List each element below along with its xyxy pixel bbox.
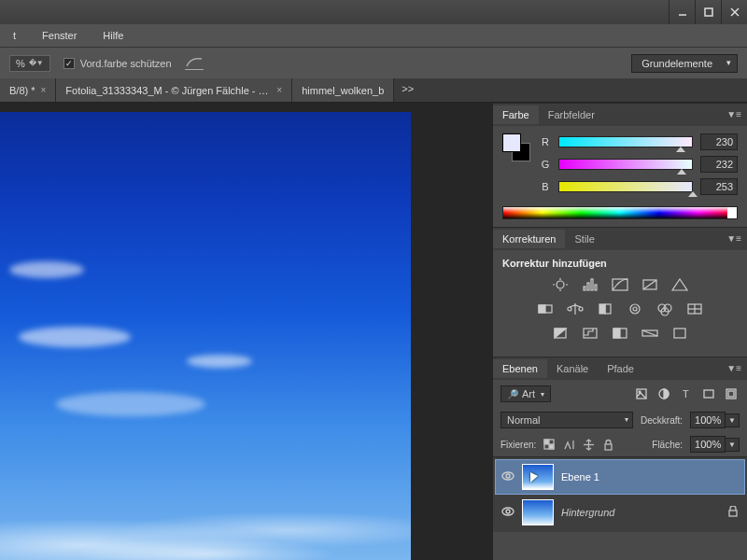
opacity-dropdown-icon[interactable]: ▼ (726, 413, 740, 427)
hue-sat-icon[interactable] (535, 301, 556, 317)
layer-thumbnail[interactable] (522, 464, 554, 490)
vibrance-icon[interactable] (669, 276, 690, 293)
tab-stile[interactable]: Stile (565, 230, 603, 248)
fill-dropdown-icon[interactable]: ▼ (726, 438, 740, 452)
layer-ebene-1[interactable]: Ebene 1 (495, 459, 745, 495)
opacity-input[interactable] (690, 412, 726, 428)
b-input[interactable] (700, 178, 738, 195)
svg-rect-9 (584, 287, 585, 290)
curves-icon[interactable] (610, 276, 630, 293)
window-close-button[interactable] (721, 0, 747, 24)
layer-hintergrund[interactable]: Hintergrund (495, 495, 745, 530)
svg-rect-46 (728, 391, 734, 397)
layer-list-empty (493, 532, 747, 560)
layer-name[interactable]: Hintergrund (561, 507, 614, 518)
brush-icon[interactable] (185, 57, 204, 70)
lock-transparent-icon[interactable] (543, 439, 556, 451)
svg-point-55 (502, 508, 514, 515)
fg-color-swatch[interactable] (502, 133, 521, 152)
brightness-contrast-icon[interactable] (550, 276, 571, 293)
filter-type-icon[interactable]: T (678, 386, 695, 401)
close-icon[interactable]: × (41, 85, 47, 95)
color-swatches[interactable] (502, 133, 530, 161)
close-icon[interactable]: × (276, 85, 282, 95)
svg-rect-44 (704, 390, 713, 398)
window-maximize-button[interactable] (695, 0, 721, 24)
workspace-selector[interactable]: Grundelemente (631, 54, 738, 73)
lock-position-icon[interactable] (583, 439, 595, 451)
lock-icon (727, 506, 739, 519)
layer-name[interactable]: Ebene 1 (561, 471, 599, 483)
tab-farbe[interactable]: Farbe (493, 105, 539, 124)
svg-rect-52 (605, 444, 612, 450)
svg-point-53 (502, 472, 514, 480)
g-input[interactable] (700, 156, 738, 173)
posterize-icon[interactable] (580, 325, 600, 342)
filter-pixel-icon[interactable] (633, 386, 650, 401)
invert-icon[interactable] (550, 325, 571, 342)
svg-point-4 (557, 281, 564, 288)
fill-input[interactable] (690, 436, 726, 453)
protect-foreground-checkbox[interactable]: ✓ Vord.farbe schützen (63, 58, 172, 69)
blend-mode-select[interactable]: Normal (500, 412, 633, 428)
bw-icon[interactable] (595, 301, 615, 317)
window-titlebar (0, 0, 747, 24)
tab-ebenen[interactable]: Ebenen (493, 359, 547, 378)
photo-filter-icon[interactable] (625, 301, 645, 317)
value-dropdown[interactable]: %�▼ (9, 55, 50, 72)
panel-menu-icon[interactable]: ▼≡ (726, 363, 741, 373)
filter-adjust-icon[interactable] (655, 386, 672, 401)
exposure-icon[interactable] (640, 276, 660, 293)
svg-rect-39 (674, 329, 685, 338)
menu-hilfe[interactable]: Hilfe (97, 27, 129, 44)
svg-rect-36 (613, 329, 620, 338)
svg-text:T: T (683, 388, 689, 399)
threshold-icon[interactable] (610, 325, 630, 342)
doc-tab-2[interactable]: himmel_wolken_b (292, 78, 394, 102)
gradient-map-icon[interactable] (640, 325, 660, 342)
visibility-icon[interactable] (501, 469, 514, 484)
tab-pfade[interactable]: Pfade (598, 359, 643, 378)
r-input[interactable] (700, 133, 738, 150)
doc-tab-1[interactable]: Fotolia_31333343_M - © Jürgen Fälchle - … (56, 78, 292, 102)
menu-item-truncated[interactable]: t (7, 27, 21, 44)
doc-tab-0[interactable]: B/8) *× (0, 78, 56, 102)
svg-rect-57 (729, 511, 737, 516)
g-label: G (540, 159, 551, 170)
svg-rect-11 (591, 279, 593, 290)
panel-menu-icon[interactable]: ▼≡ (726, 233, 741, 244)
canvas-area[interactable] (0, 103, 493, 560)
selective-color-icon[interactable] (669, 325, 690, 342)
svg-rect-18 (539, 305, 545, 313)
tabs-overflow-button[interactable]: >> (394, 78, 421, 102)
menu-bar: t Fenster Hilfe (0, 24, 747, 47)
svg-point-25 (633, 307, 637, 311)
window-minimize-button[interactable] (669, 0, 695, 24)
color-lookup-icon[interactable] (684, 301, 705, 317)
layer-filter-kind[interactable]: 🔎Art▾ (500, 385, 551, 402)
filter-shape-icon[interactable] (700, 386, 717, 401)
svg-point-56 (506, 510, 510, 513)
tab-kanaele[interactable]: Kanäle (547, 359, 598, 378)
r-slider[interactable] (558, 136, 693, 147)
layer-thumbnail[interactable] (522, 499, 554, 525)
tab-korrekturen[interactable]: Korrekturen (493, 230, 565, 248)
lock-all-icon[interactable] (602, 439, 614, 451)
svg-rect-23 (605, 304, 611, 314)
filter-smart-icon[interactable] (723, 386, 740, 401)
channel-mixer-icon[interactable] (655, 301, 675, 317)
document-canvas[interactable] (0, 112, 411, 560)
panel-menu-icon[interactable]: ▼≡ (726, 109, 741, 119)
panel-ebenen: Ebenen Kanäle Pfade ▼≡ 🔎Art▾ T Normal De… (493, 357, 747, 560)
tab-farbfelder[interactable]: Farbfelder (539, 105, 604, 124)
lock-image-icon[interactable] (563, 439, 575, 451)
levels-icon[interactable] (580, 276, 600, 293)
b-label: B (540, 181, 551, 192)
b-slider[interactable] (558, 181, 693, 192)
color-balance-icon[interactable] (565, 301, 585, 317)
svg-rect-47 (544, 440, 549, 444)
g-slider[interactable] (558, 159, 693, 170)
visibility-icon[interactable] (501, 505, 514, 520)
menu-fenster[interactable]: Fenster (36, 27, 82, 44)
color-spectrum[interactable] (502, 206, 738, 219)
